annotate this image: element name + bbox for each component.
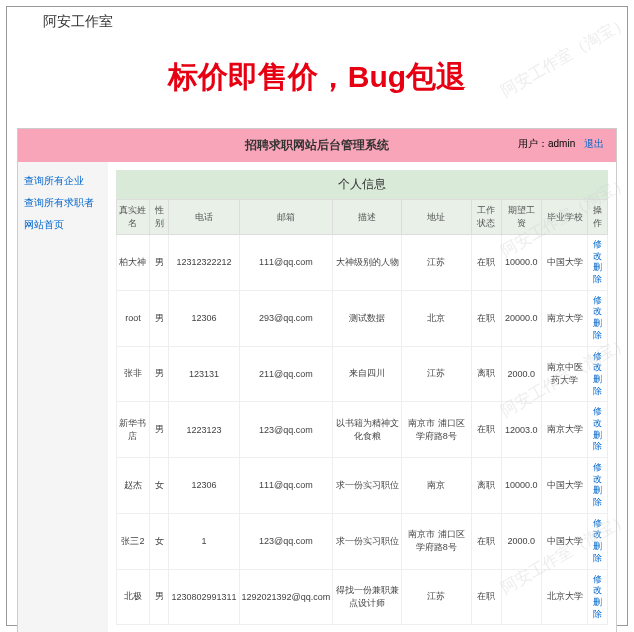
table-row: 北极男12308029913111292021392@qq.com得找一份兼职兼…: [117, 569, 608, 625]
sidebar-item-seekers[interactable]: 查询所有求职者: [22, 192, 104, 214]
table-cell: 女: [149, 458, 168, 514]
table-cell: 北极: [117, 569, 150, 625]
edit-link[interactable]: 修改: [590, 462, 605, 485]
table-cell: 1: [169, 513, 239, 569]
table-cell: 江苏: [402, 569, 471, 625]
table-row: 赵杰女12306111@qq.com求一份实习职位南京离职10000.0中国大学…: [117, 458, 608, 514]
studio-name: 阿安工作室: [43, 13, 113, 31]
table-header: 邮箱: [239, 200, 333, 235]
table-cell: 男: [149, 290, 168, 346]
table-header: 电话: [169, 200, 239, 235]
table-header: 地址: [402, 200, 471, 235]
table-cell: 10000.0: [501, 235, 541, 291]
delete-link[interactable]: 删除: [590, 541, 605, 564]
delete-link[interactable]: 删除: [590, 262, 605, 285]
table-cell: 111@qq.com: [239, 458, 333, 514]
table-cell: 123@qq.com: [239, 513, 333, 569]
table-cell-ops: 修改删除: [588, 569, 608, 625]
table-cell: 南京中医药大学: [541, 346, 588, 402]
table-cell-ops: 修改删除: [588, 346, 608, 402]
table-cell: 赵杰: [117, 458, 150, 514]
table-cell-ops: 修改删除: [588, 458, 608, 514]
table-cell: 中国大学: [541, 235, 588, 291]
delete-link[interactable]: 删除: [590, 485, 605, 508]
edit-link[interactable]: 修改: [590, 518, 605, 541]
table-cell: 123@qq.com: [239, 402, 333, 458]
table-cell: 女: [149, 513, 168, 569]
table-cell: 12306: [169, 458, 239, 514]
table-cell: 测试数据: [333, 290, 402, 346]
delete-link[interactable]: 删除: [590, 430, 605, 453]
user-label: 用户：: [518, 138, 548, 149]
delete-link[interactable]: 删除: [590, 597, 605, 620]
table-cell: [501, 569, 541, 625]
edit-link[interactable]: 修改: [590, 574, 605, 597]
table-header: 性别: [149, 200, 168, 235]
table-cell: 南京市 浦口区 学府路8号: [402, 513, 471, 569]
table-cell: 中国大学: [541, 513, 588, 569]
sidebar-item-home[interactable]: 网站首页: [22, 214, 104, 236]
edit-link[interactable]: 修改: [590, 351, 605, 374]
table-cell: 离职: [471, 346, 501, 402]
table-cell: 得找一份兼职兼点设计师: [333, 569, 402, 625]
table-cell: 北京: [402, 290, 471, 346]
table-cell: 12306: [169, 290, 239, 346]
table-cell-ops: 修改删除: [588, 513, 608, 569]
table-cell: 新华书店: [117, 402, 150, 458]
data-table: 真实姓名性别电话邮箱描述地址工作状态期望工资毕业学校操作 柏大神男1231232…: [116, 199, 608, 625]
table-cell: 男: [149, 569, 168, 625]
table-cell: 离职: [471, 458, 501, 514]
table-cell-ops: 修改删除: [588, 402, 608, 458]
table-cell: 中国大学: [541, 458, 588, 514]
app-header: 招聘求职网站后台管理系统 用户：admin 退出: [18, 129, 616, 162]
delete-link[interactable]: 删除: [590, 374, 605, 397]
table-cell: 1223123: [169, 402, 239, 458]
table-header: 期望工资: [501, 200, 541, 235]
table-header: 毕业学校: [541, 200, 588, 235]
table-cell: 12312322212: [169, 235, 239, 291]
table-cell: 男: [149, 402, 168, 458]
table-cell: 柏大神: [117, 235, 150, 291]
table-cell: 在职: [471, 402, 501, 458]
delete-link[interactable]: 删除: [590, 318, 605, 341]
table-cell: 男: [149, 235, 168, 291]
table-cell: 在职: [471, 235, 501, 291]
table-cell: 111@qq.com: [239, 235, 333, 291]
table-cell: 以书籍为精神文化食粮: [333, 402, 402, 458]
table-cell: 123131: [169, 346, 239, 402]
sidebar-item-companies[interactable]: 查询所有企业: [22, 170, 104, 192]
edit-link[interactable]: 修改: [590, 239, 605, 262]
edit-link[interactable]: 修改: [590, 295, 605, 318]
table-cell: 大神级别的人物: [333, 235, 402, 291]
table-cell-ops: 修改删除: [588, 290, 608, 346]
table-cell: 南京大学: [541, 402, 588, 458]
table-row: 张三2女1123@qq.com求一份实习职位南京市 浦口区 学府路8号在职200…: [117, 513, 608, 569]
table-cell: 2000.0: [501, 346, 541, 402]
table-cell: 在职: [471, 513, 501, 569]
table-row: root男12306293@qq.com测试数据北京在职20000.0南京大学修…: [117, 290, 608, 346]
table-cell: 南京: [402, 458, 471, 514]
table-header: 工作状态: [471, 200, 501, 235]
table-cell: 求一份实习职位: [333, 458, 402, 514]
username: admin: [548, 138, 575, 149]
logout-link[interactable]: 退出: [584, 138, 604, 149]
edit-link[interactable]: 修改: [590, 406, 605, 429]
table-cell: 南京市 浦口区 学府路8号: [402, 402, 471, 458]
table-cell: 在职: [471, 290, 501, 346]
table-cell: 20000.0: [501, 290, 541, 346]
table-cell: 在职: [471, 569, 501, 625]
table-cell: 12003.0: [501, 402, 541, 458]
table-cell: 1292021392@qq.com: [239, 569, 333, 625]
table-header: 真实姓名: [117, 200, 150, 235]
table-cell: 张非: [117, 346, 150, 402]
table-cell: 293@qq.com: [239, 290, 333, 346]
table-cell: 1230802991311: [169, 569, 239, 625]
table-header: 描述: [333, 200, 402, 235]
table-cell: 10000.0: [501, 458, 541, 514]
table-row: 柏大神男12312322212111@qq.com大神级别的人物江苏在职1000…: [117, 235, 608, 291]
sidebar: 查询所有企业 查询所有求职者 网站首页: [18, 162, 108, 632]
table-cell: 江苏: [402, 235, 471, 291]
table-cell: 211@qq.com: [239, 346, 333, 402]
table-cell: 来自四川: [333, 346, 402, 402]
table-cell: 南京大学: [541, 290, 588, 346]
